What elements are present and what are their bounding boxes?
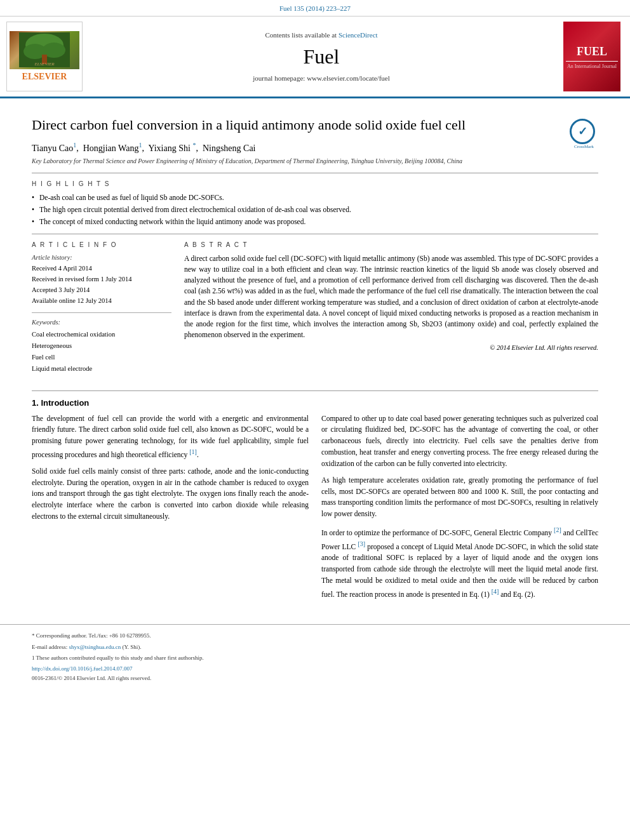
email-note: E-mail address: shyx@tsinghua.edu.cn (Y.… [32,643,598,651]
intro-right-col: Compared to other up to date coal based … [321,413,598,606]
svg-text:ELSEVIER: ELSEVIER [34,62,55,67]
corresponding-author-note: * Corresponding author. Tel./fax: +86 10… [32,631,598,640]
ref-3: [3] [358,540,365,547]
article-info-abstract-row: A R T I C L E I N F O Article history: R… [32,241,598,381]
keyword-4: Liquid metal electrode [32,363,171,375]
intro-para4: As high temperature accelerates oxidatio… [321,475,598,520]
highlights-list: De-ash coal can be used as fuel of liqui… [32,192,598,227]
author1-sup: 1 [73,142,76,149]
author3: Yixiang Shi [148,143,191,153]
keyword-3: Fuel cell [32,352,171,363]
fuel-cover: FUEL An International Journal [563,22,620,91]
journal-cover-image: FUEL An International Journal [560,22,624,91]
intro-para2: Solid oxide fuel cells mainly consist of… [32,466,309,523]
journal-homepage-text: journal homepage: www.elsevier.com/locat… [253,74,390,83]
highlight-item-1: De-ash coal can be used as fuel of liqui… [32,192,598,203]
abstract-body: A direct carbon solid oxide fuel cell (D… [184,253,598,341]
section-title: 1. Introduction [32,397,598,409]
doi-link[interactable]: http://dx.doi.org/10.1016/j.fuel.2014.07… [32,665,133,672]
doi-line: http://dx.doi.org/10.1016/j.fuel.2014.07… [32,664,598,673]
email-link[interactable]: shyx@tsinghua.edu.cn [69,644,121,650]
journal-reference: Fuel 135 (2014) 223–227 [0,0,630,17]
intro-para1: The development of fuel cell can provide… [32,413,309,461]
divider-1 [32,173,598,173]
affiliation-text: Key Laboratory for Thermal Science and P… [32,157,598,165]
crossmark-badge[interactable]: ✓ CrossMark [570,119,598,147]
email-suffix-text: (Y. Shi). [123,644,142,650]
article-info-label: A R T I C L E I N F O [32,241,171,250]
article-title: Direct carbon fuel conversion in a liqui… [32,116,598,135]
keywords-section: Keywords: Coal electrochemical oxidation… [32,318,171,374]
journal-header: ELSEVIER ELSEVIER Contents lists availab… [0,17,630,98]
intro-left-col: The development of fuel cell can provide… [32,413,309,606]
keywords-list: Coal electrochemical oxidation Heterogen… [32,329,171,374]
contents-available-text: Contents lists available at ScienceDirec… [265,30,377,40]
elsevier-logo: ELSEVIER ELSEVIER [6,22,83,91]
abstract-column: A B S T R A C T A direct carbon solid ox… [184,241,598,381]
author1: Tianyu Cao [32,143,73,153]
authors-line: Tianyu Cao1, Hongjian Wang1, Yixiang Shi… [32,141,598,154]
main-content: ✓ CrossMark Direct carbon fuel conversio… [0,98,630,611]
introduction-section: 1. Introduction The development of fuel … [32,390,598,605]
accepted-date: Accepted 3 July 2014 [32,285,171,296]
intro-para3: Compared to other up to date coal based … [321,413,598,470]
divider-2 [32,234,598,234]
highlight-item-3: The concept of mixed conducting network … [32,217,598,227]
footnote1-text: 1 These authors contributed equally to t… [32,655,204,661]
ref-2: [2] [554,526,561,533]
keywords-label: Keywords: [32,318,171,328]
crossmark-text: CrossMark [570,144,598,150]
ref-1: [1] [189,448,197,455]
journal-name-heading: Fuel [304,43,340,71]
info-divider [32,312,171,313]
author4: Ningsheng Cai [203,143,256,153]
email-label-text: E-mail address: [32,644,67,650]
abstract-copyright: © 2014 Elsevier Ltd. All rights reserved… [184,343,598,353]
keyword-1: Coal electrochemical oxidation [32,329,171,340]
article-info-column: A R T I C L E I N F O Article history: R… [32,241,171,381]
journal-ref-text: Fuel 135 (2014) 223–227 [279,4,351,12]
intro-para5: In order to optimize the performance of … [321,525,598,600]
footer: * Corresponding author. Tel./fax: +86 10… [0,624,630,689]
title-area: ✓ CrossMark Direct carbon fuel conversio… [32,116,598,135]
elsevier-brand-text: ELSEVIER [22,70,67,83]
journal-center-info: Contents lists available at ScienceDirec… [89,22,554,91]
author2: Hongjian Wang [83,143,139,153]
available-date: Available online 12 July 2014 [32,296,171,307]
revised-date: Received in revised form 1 July 2014 [32,274,171,285]
co-author-note: 1 These authors contributed equally to t… [32,653,598,662]
author2-sup: 1 [138,142,142,149]
article-dates: Received 4 April 2014 Received in revise… [32,263,171,306]
intro-body-columns: The development of fuel cell can provide… [32,413,598,606]
keyword-2: Heterogeneous [32,340,171,352]
crossmark-icon: ✓ [570,119,595,144]
cover-subtitle: An International Journal [567,63,617,70]
sciencedirect-link[interactable]: ScienceDirect [338,31,378,39]
ref-4: [4] [492,588,499,595]
elsevier-tree-icon: ELSEVIER [10,31,79,69]
corresponding-text: * Corresponding author. Tel./fax: +86 10… [32,632,151,639]
highlights-label: H I G H L I G H T S [32,180,598,189]
highlights-section: H I G H L I G H T S De-ash coal can be u… [32,180,598,227]
highlight-item-2: The high open circuit potential derived … [32,204,598,215]
article-history: Article history: Received 4 April 2014 R… [32,253,171,307]
received-date: Received 4 April 2014 [32,263,171,274]
history-label: Article history: [32,253,171,263]
author3-sup: * [192,142,196,149]
issn-line: 0016-2361/© 2014 Elsevier Ltd. All right… [32,674,598,683]
abstract-label: A B S T R A C T [184,241,598,250]
